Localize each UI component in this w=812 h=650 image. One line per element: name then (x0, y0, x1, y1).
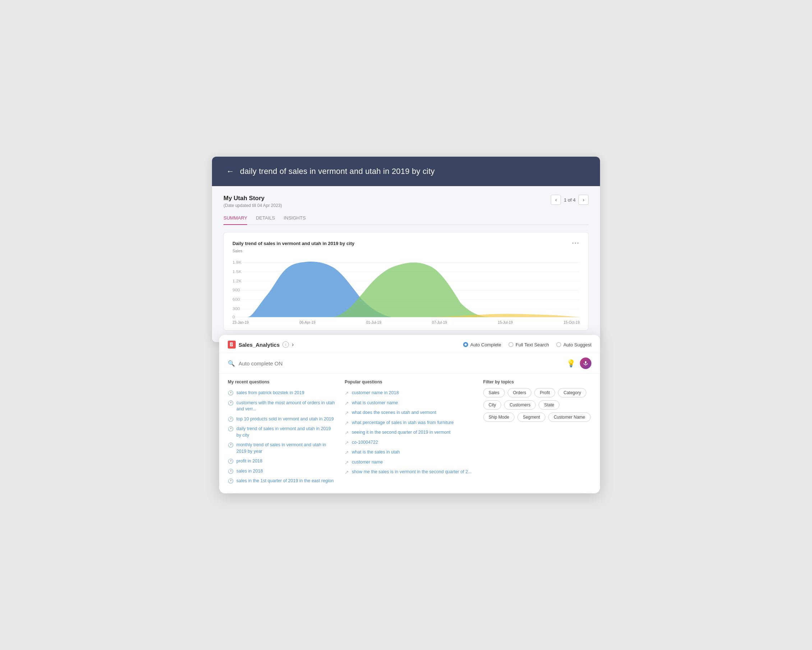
topic-chip[interactable]: Segment (517, 412, 545, 422)
story-navigation: ‹ 1 of 4 › (551, 195, 589, 205)
topic-chip[interactable]: Ship Mode (483, 412, 514, 422)
radio-auto-complete-dot (463, 342, 468, 347)
mode-full-text-search[interactable]: Full Text Search (508, 342, 549, 348)
story-header-title: daily trend of sales in vermont and utah… (240, 167, 435, 176)
popular-item[interactable]: ↗ show me the sales is in vermont in the… (345, 467, 475, 477)
tab-details[interactable]: DETAILS (256, 215, 275, 225)
recent-clock-icon: 🕐 (228, 458, 234, 464)
mode-auto-complete[interactable]: Auto Complete (463, 342, 501, 348)
chart-area: 1.8K 1.5K 1.2K 900 600 300 0 (232, 255, 580, 319)
mode-full-text-label: Full Text Search (516, 342, 549, 348)
popular-item-text: customer name in 2018 (352, 390, 399, 396)
recent-clock-icon: 🕐 (228, 400, 234, 406)
datasource-icon (228, 341, 236, 348)
popular-questions-heading: Popular questions (345, 380, 475, 385)
popular-item[interactable]: ↗ customer name in 2018 (345, 388, 475, 398)
recent-item[interactable]: 🕐 sales from patrick bozstek in 2019 (228, 388, 336, 398)
mic-icon-svg (583, 361, 588, 366)
trending-icon: ↗ (345, 390, 349, 396)
svg-rect-15 (230, 343, 232, 344)
recent-item-text: sales in the 1st quarter of 2019 in the … (237, 478, 334, 484)
svg-text:1.5K: 1.5K (232, 270, 242, 274)
popular-item[interactable]: ↗ what is customer name (345, 398, 475, 408)
svg-text:1.8K: 1.8K (232, 261, 242, 264)
popular-item[interactable]: ↗ seeing it in the second quarter of 201… (345, 427, 475, 438)
back-button[interactable]: ← (226, 167, 234, 176)
topic-chip[interactable]: Category (558, 388, 586, 397)
nav-next-button[interactable]: › (578, 195, 589, 205)
nav-page-indicator: 1 of 4 (564, 197, 575, 203)
story-date: (Date updated till 04 Apr 2023) (223, 203, 282, 208)
trending-icon: ↗ (345, 430, 349, 435)
popular-item[interactable]: ↗ customer name (345, 458, 475, 467)
x-tick-4: 15-Jul-19 (498, 320, 513, 325)
search-panel: Sales_Analytics i › Auto Complete Full T… (219, 335, 600, 493)
recent-item-text: sales in 2018 (237, 468, 263, 475)
x-tick-5: 15-Oct-19 (563, 320, 579, 325)
popular-item[interactable]: ↗ what is the sales in utah (345, 447, 475, 458)
tab-insights[interactable]: INSIGHTS (284, 215, 305, 225)
recent-item-text: profit in 2018 (237, 458, 262, 465)
topic-chip[interactable]: City (483, 400, 502, 410)
datasource-expand-button[interactable]: › (292, 341, 293, 348)
recent-item[interactable]: 🕐 daily trend of sales in vermont and ut… (228, 424, 336, 440)
svg-rect-16 (230, 345, 232, 345)
recent-item-text: customers with the most amount of orders… (237, 400, 336, 412)
recent-item[interactable]: 🕐 monthly trend of sales in vermont and … (228, 440, 336, 456)
svg-text:900: 900 (232, 288, 240, 293)
mode-auto-suggest[interactable]: Auto Suggest (556, 342, 591, 348)
recent-item[interactable]: 🕐 sales in the 1st quarter of 2019 in th… (228, 476, 336, 486)
popular-item-text: show me the sales is in vermont in the s… (352, 469, 472, 475)
recent-item[interactable]: 🕐 top 10 products sold in vermont and ut… (228, 414, 336, 424)
x-tick-3: 07-Jul-19 (432, 320, 447, 325)
bulb-icon[interactable]: 💡 (566, 359, 575, 368)
trending-icon: ↗ (345, 440, 349, 446)
trending-icon: ↗ (345, 459, 349, 465)
topic-chip[interactable]: Orders (508, 388, 532, 397)
svg-rect-17 (230, 345, 232, 346)
x-tick-1: 06-Apr-19 (299, 320, 315, 325)
story-panel: ← daily trend of sales in vermont and ut… (212, 157, 600, 342)
story-info: My Utah Story (Date updated till 04 Apr … (223, 195, 282, 208)
recent-item[interactable]: 🕐 sales in 2018 (228, 466, 336, 476)
recent-item[interactable]: 🕐 customers with the most amount of orde… (228, 398, 336, 414)
recent-item-text: top 10 products sold in vermont and utah… (237, 416, 334, 423)
recent-clock-icon: 🕐 (228, 390, 234, 395)
mic-button[interactable] (580, 357, 591, 369)
popular-item[interactable]: ↗ what percentage of sales in utah was f… (345, 418, 475, 428)
trending-icon: ↗ (345, 450, 349, 455)
topics-heading: Filter by topics (483, 380, 591, 385)
topic-chip[interactable]: Profit (534, 388, 555, 397)
outer-container: ← daily trend of sales in vermont and ut… (212, 157, 600, 493)
topic-chip[interactable]: Customer Name (548, 412, 590, 422)
svg-rect-18 (585, 361, 586, 364)
radio-full-text-dot (508, 342, 513, 347)
mode-auto-suggest-label: Auto Suggest (563, 342, 591, 348)
chart-more-button[interactable]: ··· (572, 240, 580, 247)
popular-item-text: what is customer name (352, 400, 398, 406)
search-input[interactable] (238, 360, 563, 366)
story-tabs: SUMMARY DETAILS INSIGHTS (223, 215, 589, 225)
recent-item[interactable]: 🕐 profit in 2018 (228, 456, 336, 466)
recent-questions-heading: My recent questions (228, 380, 336, 385)
radio-auto-suggest-dot (556, 342, 561, 347)
search-actions: 💡 (566, 357, 591, 369)
search-mode-options: Auto Complete Full Text Search Auto Sugg… (463, 342, 591, 348)
recent-clock-icon: 🕐 (228, 478, 234, 484)
recent-clock-icon: 🕐 (228, 442, 234, 448)
popular-item-text: customer name (352, 459, 383, 466)
popular-item-text: what does the scenes in utah and vermont (352, 410, 436, 416)
datasource-info-button[interactable]: i (282, 341, 289, 348)
story-name: My Utah Story (223, 195, 282, 202)
tab-summary[interactable]: SUMMARY (223, 215, 247, 225)
chart-x-labels: 23-Jan-19 06-Apr-19 01-Jul-19 07-Jul-19 … (232, 319, 580, 325)
nav-prev-button[interactable]: ‹ (551, 195, 561, 205)
topic-chip[interactable]: State (539, 400, 559, 410)
recent-item-text: sales from patrick bozstek in 2019 (237, 390, 304, 396)
topic-chip[interactable]: Customers (504, 400, 536, 410)
svg-text:0: 0 (232, 315, 235, 319)
chart-svg: 1.8K 1.5K 1.2K 900 600 300 0 (232, 255, 580, 319)
topic-chip[interactable]: Sales (483, 388, 505, 397)
popular-item[interactable]: ↗ co-10004722 (345, 438, 475, 448)
popular-item[interactable]: ↗ what does the scenes in utah and vermo… (345, 408, 475, 418)
